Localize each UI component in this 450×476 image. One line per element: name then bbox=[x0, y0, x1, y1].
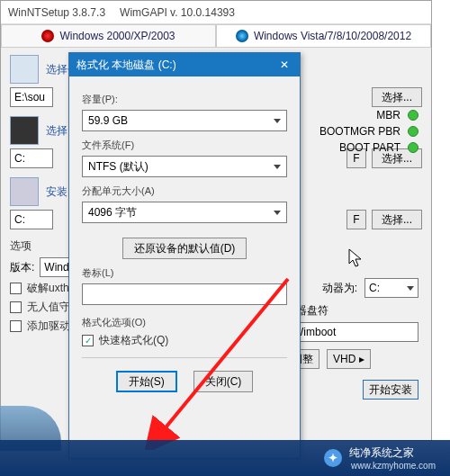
status-block: MBR BOOTMGR PBR BOOT PART bbox=[320, 107, 418, 156]
tab-legacy[interactable]: Windows 2000/XP/2003 bbox=[1, 24, 216, 47]
volume-label: 卷标(L) bbox=[82, 266, 287, 280]
boot-input[interactable]: C: bbox=[10, 148, 53, 168]
format-options-label: 格式化选项(O) bbox=[82, 316, 287, 329]
version-label: 版本: bbox=[10, 260, 34, 275]
start-install-button[interactable]: 开始安装 bbox=[363, 380, 418, 400]
watermark-url: www.kzmyhome.com bbox=[351, 461, 436, 471]
filesystem-label: 文件系统(F) bbox=[82, 139, 287, 152]
start-format-button[interactable]: 开始(S) bbox=[116, 371, 177, 392]
dialog-titlebar: 格式化 本地磁盘 (C:) ✕ bbox=[69, 53, 300, 76]
tab-legacy-label: Windows 2000/XP/2003 bbox=[59, 30, 175, 42]
status-dot-icon bbox=[408, 110, 418, 121]
tab-modern-label: Windows Vista/7/8/10/2008/2012 bbox=[254, 30, 411, 42]
mbr-label: MBR bbox=[376, 109, 400, 121]
install-format-button[interactable]: F bbox=[346, 210, 366, 229]
volume-input[interactable] bbox=[82, 283, 287, 305]
windows-orb-icon bbox=[236, 30, 248, 42]
windows-flag-icon bbox=[41, 30, 54, 42]
filesystem-combo[interactable]: NTFS (默认) bbox=[82, 156, 287, 177]
app-title: WinNTSetup 3.8.7.3 bbox=[8, 6, 105, 19]
close-icon[interactable]: ✕ bbox=[276, 57, 292, 73]
chevron-down-icon bbox=[407, 286, 414, 291]
dialog-title: 格式化 本地磁盘 (C:) bbox=[76, 58, 176, 73]
add-driver-checkbox[interactable] bbox=[10, 320, 22, 332]
install-select-button[interactable]: 选择... bbox=[372, 210, 422, 229]
add-driver-label: 添加驱动 bbox=[27, 319, 70, 334]
api-version: WimGAPI v. 10.0.14393 bbox=[120, 6, 235, 19]
boot-label: 选择 bbox=[46, 123, 68, 139]
install-input[interactable]: C: bbox=[10, 210, 53, 229]
dialog-body: 容量(P): 59.9 GB 文件系统(F) NTFS (默认) 分配单元大小(… bbox=[69, 76, 300, 401]
status-dot-icon bbox=[408, 142, 418, 153]
chevron-down-icon bbox=[274, 211, 281, 215]
capacity-combo[interactable]: 59.9 GB bbox=[82, 110, 287, 131]
unattended-label: 无人值守 bbox=[27, 300, 70, 315]
drive-icon bbox=[10, 177, 39, 206]
tab-bar: Windows 2000/XP/2003 Windows Vista/7/8/1… bbox=[1, 24, 431, 48]
tab-modern[interactable]: Windows Vista/7/8/10/2008/2012 bbox=[216, 24, 431, 47]
logo-icon: ✦ bbox=[324, 449, 342, 467]
source-select-button[interactable]: 选择... bbox=[372, 87, 422, 107]
mount-drive-select[interactable]: C: bbox=[364, 278, 418, 298]
restore-defaults-button[interactable]: 还原设备的默认值(D) bbox=[122, 238, 248, 259]
format-dialog: 格式化 本地磁盘 (C:) ✕ 容量(P): 59.9 GB 文件系统(F) N… bbox=[68, 52, 301, 459]
quick-format-checkbox[interactable]: ✓ bbox=[82, 335, 94, 346]
unattended-checkbox[interactable] bbox=[10, 301, 22, 313]
divider bbox=[82, 357, 287, 358]
crack-uxtheme-checkbox[interactable] bbox=[10, 283, 22, 294]
watermark-text: 纯净系统之家 bbox=[349, 445, 436, 461]
titlebar: WinNTSetup 3.8.7.3 WimGAPI v. 10.0.14393 bbox=[1, 1, 431, 24]
bootmgr-label: BOOTMGR PBR bbox=[320, 125, 400, 138]
status-dot-icon bbox=[408, 126, 418, 137]
install-label: 安装 bbox=[46, 184, 68, 200]
vhd-button[interactable]: VHD▸ bbox=[327, 349, 371, 369]
alloc-combo[interactable]: 4096 字节 bbox=[82, 202, 287, 223]
quick-format-label: 快速格式化(Q) bbox=[99, 333, 168, 348]
bootpart-label: BOOT PART bbox=[339, 141, 400, 154]
dialog-footer: 开始(S) 关闭(C) bbox=[82, 371, 287, 392]
mount-label: 动器为: bbox=[322, 281, 357, 296]
disc-icon bbox=[10, 55, 39, 84]
close-format-button[interactable]: 关闭(C) bbox=[194, 371, 254, 392]
capacity-label: 容量(P): bbox=[82, 93, 287, 106]
alloc-label: 分配单元大小(A) bbox=[82, 184, 287, 198]
watermark: ✦ 纯净系统之家 www.kzmyhome.com bbox=[0, 440, 450, 476]
chevron-down-icon bbox=[274, 119, 281, 123]
source-input[interactable]: E:\sou bbox=[10, 87, 53, 107]
floppy-icon bbox=[10, 116, 39, 145]
chevron-down-icon bbox=[274, 165, 281, 169]
